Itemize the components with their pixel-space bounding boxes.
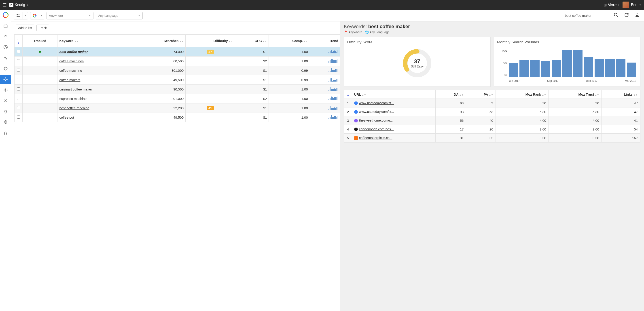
col-links[interactable]: Links▲▼	[602, 90, 640, 99]
url-link[interactable]: www.usatoday.com/st...	[359, 110, 394, 113]
row-checkbox[interactable]	[17, 59, 20, 62]
col-cpc[interactable]: CPC▲▼	[235, 35, 269, 47]
row-checkbox[interactable]	[17, 115, 20, 119]
xtick-label: Jun 2017	[509, 79, 520, 82]
url-link[interactable]: coffeemakerpicks.co...	[359, 136, 392, 140]
url-link[interactable]: www.usatoday.com/st...	[359, 101, 394, 105]
table-row[interactable]: coffee machine301,000$10.99	[14, 66, 340, 75]
bar	[584, 57, 593, 77]
table-row[interactable]: espresso machine201,000$21.00	[14, 94, 340, 103]
panel-meta: 📍 Anywhere 🌐 Any Language	[344, 30, 640, 34]
col-keyword[interactable]: Keyword▲▼	[58, 35, 135, 47]
table-row[interactable]: ★best coffee maker74,00037$11.00	[14, 47, 340, 56]
nav-reports[interactable]	[0, 42, 11, 52]
track-button[interactable]: Track	[36, 24, 49, 31]
nav-home[interactable]	[0, 21, 11, 30]
language-dropdown[interactable]: Any Language▼	[96, 12, 143, 19]
comp-cell: 1.00	[269, 94, 310, 103]
add-to-list-button[interactable]: Add to list	[16, 24, 34, 31]
nav-research[interactable]	[0, 75, 11, 84]
keyword-link[interactable]: espresso machine	[59, 97, 86, 100]
da-cell: 93	[436, 99, 466, 107]
row-checkbox[interactable]	[17, 78, 20, 81]
difficulty-card: Difficulty Score 37Still Easy	[344, 37, 490, 87]
location-dropdown[interactable]: Anywhere▼	[46, 12, 94, 19]
col-url[interactable]: URL▲▼	[352, 90, 436, 99]
favicon-icon	[354, 136, 358, 140]
more-menu[interactable]: ⊞ More ▼	[604, 3, 620, 7]
menu-icon[interactable]: ☰	[3, 2, 7, 7]
chevron-down-icon: ▼	[618, 4, 620, 6]
col-da[interactable]: DA▲▼	[436, 90, 466, 99]
view-mode-button[interactable]	[14, 12, 22, 19]
col-tracked[interactable]: Tracked	[22, 35, 58, 47]
search-input[interactable]	[565, 14, 610, 17]
table-row[interactable]: coffee makers49,500$10.99	[14, 75, 340, 85]
select-all-checkbox[interactable]	[17, 37, 20, 40]
globe-icon: 🌐	[365, 30, 369, 34]
engine-dropdown[interactable]: ▼	[39, 12, 44, 19]
table-row[interactable]: coffee pot49,500$11.00	[14, 113, 340, 122]
view-mode-dropdown[interactable]: ▼	[22, 12, 28, 19]
col-searches[interactable]: Searches▲▼	[135, 35, 186, 47]
table-row[interactable]: 3thesweethome.com/r...56404.004.0041	[344, 116, 640, 125]
table-row[interactable]: 5coffeemakerpicks.co...31333.303.30167	[344, 134, 640, 142]
row-checkbox[interactable]	[17, 69, 20, 72]
refresh-icon[interactable]	[622, 13, 630, 18]
col-difficulty[interactable]: Difficulty▲▼	[186, 35, 235, 47]
col-comp[interactable]: Comp.▲▼	[269, 35, 310, 47]
keyword-link[interactable]: coffee makers	[59, 78, 80, 82]
keyword-link[interactable]: coffee machines	[59, 59, 84, 63]
ytick-label: 0k	[497, 73, 507, 77]
nav-support[interactable]	[0, 128, 11, 138]
row-checkbox[interactable]	[17, 87, 20, 90]
url-link[interactable]: coffeepooch.com/bes...	[359, 127, 394, 131]
comp-cell: 1.00	[269, 113, 310, 122]
table-row[interactable]: 4coffeepooch.com/bes...17202.002.0054	[344, 125, 640, 134]
keyword-link[interactable]: cuisinart coffee maker	[59, 87, 92, 91]
keyword-link[interactable]: coffee machine	[59, 69, 82, 72]
table-row[interactable]: best coffee machine22,20041$11.00	[14, 103, 340, 113]
nav-settings[interactable]	[0, 117, 11, 127]
svg-rect-9	[17, 14, 18, 15]
col-moztrust[interactable]: Moz Trust▲▼	[548, 90, 602, 99]
svg-line-14	[617, 16, 618, 17]
nav-dashboard[interactable]	[0, 32, 11, 41]
keyword-link[interactable]: best coffee machine	[59, 106, 89, 110]
engine-button[interactable]	[30, 12, 39, 19]
row-checkbox[interactable]	[17, 50, 20, 53]
keyword-link[interactable]: best coffee maker	[59, 50, 88, 54]
nav-target[interactable]	[0, 64, 11, 73]
keyword-link[interactable]: coffee pot	[59, 115, 74, 119]
table-row[interactable]: coffee machines60,500$21.00	[14, 56, 340, 66]
table-row[interactable]: 2www.usatoday.com/st...93535.305.3047	[344, 107, 640, 116]
rank-cell: 1	[344, 99, 352, 107]
searches-cell: 74,000	[135, 47, 186, 56]
search-icon[interactable]	[612, 12, 620, 18]
trend-sparkline	[328, 49, 338, 53]
difficulty-badge: 37	[206, 50, 214, 54]
col-trend[interactable]: Trend	[310, 35, 340, 47]
nav-visibility[interactable]	[0, 85, 11, 95]
da-cell: 93	[436, 107, 466, 116]
row-checkbox[interactable]	[17, 106, 20, 109]
links-cell: 47	[602, 107, 640, 116]
favicon-icon	[354, 119, 358, 122]
user-menu[interactable]: Erin ▼	[622, 1, 641, 8]
nav-activity[interactable]	[0, 53, 11, 62]
brand-dropdown[interactable]: K Keurig ▼	[10, 3, 28, 7]
row-checkbox[interactable]	[17, 97, 20, 100]
trend-sparkline	[328, 115, 338, 119]
nav-integrations[interactable]	[0, 107, 11, 116]
chevron-down-icon: ▼	[24, 14, 26, 17]
col-mozrank[interactable]: Moz Rank▲▼	[496, 90, 548, 99]
col-pa[interactable]: PA▲▼	[466, 90, 496, 99]
nav-compare[interactable]	[0, 96, 11, 105]
table-row[interactable]: cuisinart coffee maker90,500$11.00	[14, 85, 340, 94]
export-icon[interactable]	[633, 12, 641, 18]
searches-cell: 60,500	[135, 56, 186, 66]
searches-cell: 49,500	[135, 75, 186, 85]
url-link[interactable]: thesweethome.com/r...	[359, 118, 393, 122]
volumes-title: Monthly Search Volumes	[497, 40, 637, 44]
table-row[interactable]: 1www.usatoday.com/st...93535.305.3047	[344, 99, 640, 107]
